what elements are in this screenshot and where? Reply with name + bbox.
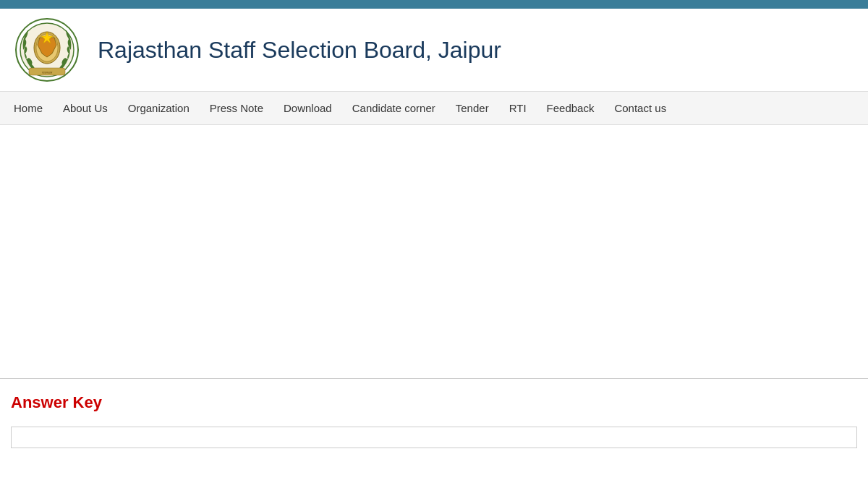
nav-item-download[interactable]: Download <box>273 92 342 124</box>
nav-item-organization[interactable]: Organization <box>118 92 200 124</box>
main-content <box>0 125 868 378</box>
site-header: राजस्थान Rajasthan Staff Selection Board… <box>0 9 868 92</box>
nav-item-feedback[interactable]: Feedback <box>537 92 605 124</box>
nav-item-about-us[interactable]: About Us <box>53 92 118 124</box>
nav-link-press-note[interactable]: Press Note <box>200 92 273 124</box>
answer-key-title: Answer Key <box>11 393 857 412</box>
nav-link-organization[interactable]: Organization <box>118 92 200 124</box>
nav-link-candidate-corner[interactable]: Candidate corner <box>342 92 446 124</box>
nav-item-contact-us[interactable]: Contact us <box>604 92 676 124</box>
site-title: Rajasthan Staff Selection Board, Jaipur <box>98 37 501 64</box>
svg-text:राजस्थान: राजस्थान <box>41 71 53 74</box>
logo-container: राजस्थान <box>11 17 83 82</box>
main-navbar: Home About Us Organization Press Note Do… <box>0 92 868 125</box>
nav-link-contact-us[interactable]: Contact us <box>604 92 676 124</box>
top-bar <box>0 0 868 9</box>
nav-item-rti[interactable]: RTI <box>499 92 537 124</box>
table-area <box>0 419 868 455</box>
nav-list: Home About Us Organization Press Note Do… <box>4 92 864 124</box>
nav-link-download[interactable]: Download <box>273 92 342 124</box>
nav-item-press-note[interactable]: Press Note <box>200 92 273 124</box>
nav-link-about-us[interactable]: About Us <box>53 92 118 124</box>
nav-item-candidate-corner[interactable]: Candidate corner <box>342 92 446 124</box>
nav-item-home[interactable]: Home <box>4 92 53 124</box>
nav-item-tender[interactable]: Tender <box>446 92 499 124</box>
answer-key-section: Answer Key <box>0 379 868 419</box>
site-logo: राजस्थान <box>14 17 80 82</box>
nav-link-feedback[interactable]: Feedback <box>537 92 605 124</box>
answer-key-table <box>11 427 857 448</box>
nav-link-home[interactable]: Home <box>4 92 53 124</box>
nav-link-tender[interactable]: Tender <box>446 92 499 124</box>
content-area <box>0 125 868 342</box>
nav-link-rti[interactable]: RTI <box>499 92 537 124</box>
